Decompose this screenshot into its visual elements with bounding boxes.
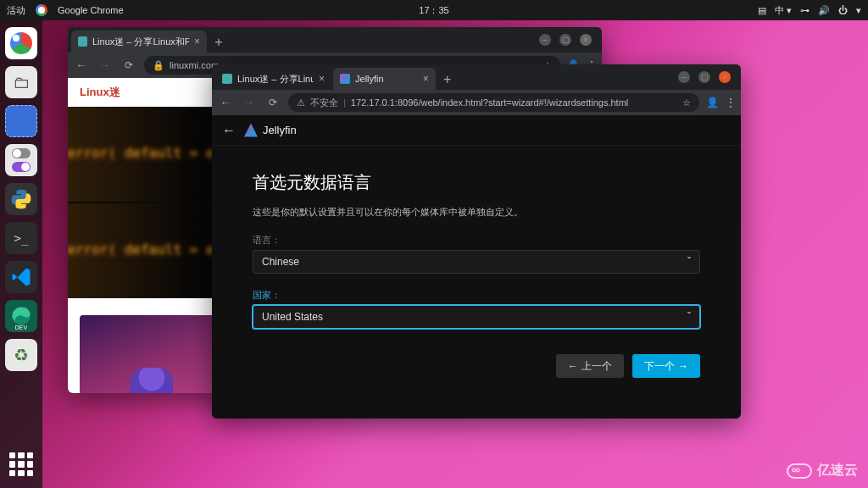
lock-icon: 🔒 [153,60,164,71]
tab-bar: Linux迷 – 分享Linux和Pyt × + – ▢ × [68,27,602,53]
dock-files[interactable]: 🗀 [5,66,37,98]
minimize-button[interactable]: – [678,71,690,83]
favicon-icon [222,74,232,84]
close-button[interactable]: × [580,34,592,46]
previous-label: 上一个 [581,359,612,374]
clock[interactable]: 17：35 [419,4,448,17]
python-icon [10,188,32,210]
minimize-button[interactable]: – [539,34,551,46]
jellyfin-header: ← Jellyfin [212,115,741,146]
jellyfin-back-button[interactable]: ← [222,123,236,138]
chrome-icon [36,4,47,16]
ime-indicator[interactable]: 中 ▾ [775,4,792,17]
wizard-content: 首选元数据语言 这些是你的默认设置并且可以在你的每个媒体库中被单独自定义。 语言… [212,146,741,403]
dock-vscode[interactable] [5,261,37,293]
wizard-description: 这些是你的默认设置并且可以在你的每个媒体库中被单独自定义。 [253,206,700,219]
jellyfin-page: ← Jellyfin 首选元数据语言 这些是你的默认设置并且可以在你的每个媒体库… [212,115,741,419]
language-select[interactable]: Chinese ˇ [253,250,700,274]
dock-screenshot[interactable] [5,105,37,137]
address-bar: ← → ⟳ ⚠ 不安全 | 172.17.0.1:8096/web/index.… [212,90,741,115]
profile-icon[interactable]: 👤 [706,97,719,108]
next-button[interactable]: 下一个 → [632,354,700,378]
cloud-icon [787,463,812,479]
maximize-button[interactable]: ▢ [559,34,571,46]
menu-chevron-icon[interactable]: ▾ [856,5,861,16]
dock-python[interactable] [5,183,37,215]
volume-icon[interactable]: 🔊 [818,5,830,16]
dock-chrome[interactable] [5,27,37,59]
activities-button[interactable]: 活动 [7,4,25,17]
arrow-left-icon: ← [568,360,578,372]
watermark-text: 亿速云 [817,462,858,480]
language-label: 语言： [253,234,700,247]
toggle-icon [12,148,31,158]
url-input[interactable]: ⚠ 不安全 | 172.17.0.1:8096/web/index.html?s… [288,93,699,112]
chevron-down-icon: ˇ [687,256,691,268]
language-value: Chinese [262,256,299,268]
tab-close-icon[interactable]: × [194,36,200,47]
tab-bar: Linux迷 – 分享Linux和Pyt × Jellyfin × + – ▢ … [212,64,741,90]
edge-badge: DEV [15,324,27,330]
watermark: 亿速云 [787,462,858,480]
tray-app-icon[interactable]: ▤ [758,5,766,16]
insecure-icon: ⚠ [297,97,305,108]
forward-button[interactable]: → [97,59,114,71]
article-card[interactable] [80,315,224,393]
wizard-heading: 首选元数据语言 [253,171,700,194]
back-button[interactable]: ← [73,59,90,71]
network-icon[interactable]: ⊶ [800,5,810,16]
tab-close-icon[interactable]: × [423,73,429,85]
maximize-button[interactable]: ▢ [698,71,710,83]
top-panel: 活动 Google Chrome 17：35 ▤ 中 ▾ ⊶ 🔊 ⏻ ▾ [0,0,868,20]
dock-gnome-tweaks[interactable] [5,144,37,176]
tab-linuxmi[interactable]: Linux迷 – 分享Linux和Pyt × [71,30,207,53]
favicon-icon [78,36,87,47]
jellyfin-logo-icon [244,124,258,137]
star-icon[interactable]: ☆ [682,97,691,108]
browser-window-jellyfin: Linux迷 – 分享Linux和Pyt × Jellyfin × + – ▢ … [212,64,741,419]
toggle-icon [12,162,31,172]
tab-jellyfin[interactable]: Jellyfin × [333,68,436,90]
close-button[interactable]: × [719,71,731,83]
next-label: 下一个 [644,359,675,374]
dock-show-apps[interactable] [6,449,36,480]
tab-title: Linux迷 – 分享Linux和Pyt [237,73,314,86]
chevron-down-icon: ˇ [687,311,691,323]
jellyfin-logo[interactable]: Jellyfin [244,124,297,137]
vscode-icon [11,267,31,287]
new-tab-button[interactable]: + [437,69,458,90]
tab-title: Jellyfin [355,74,384,84]
country-label: 国家： [253,289,700,302]
tab-linuxmi[interactable]: Linux迷 – 分享Linux和Pyt × [215,68,331,90]
country-value: United States [262,311,323,323]
url-text: 172.17.0.1:8096/web/index.html?start=wiz… [351,97,628,108]
forward-button[interactable]: → [241,97,258,108]
back-button[interactable]: ← [217,97,234,108]
chrome-icon [10,32,32,54]
dock: 🗀 >_ DEV ♻ [0,20,42,488]
reload-button[interactable]: ⟳ [120,59,137,71]
reload-button[interactable]: ⟳ [264,97,281,108]
dock-trash[interactable]: ♻ [5,339,37,371]
previous-button[interactable]: ← 上一个 [556,354,624,378]
favicon-icon [340,74,350,84]
tab-title: Linux迷 – 分享Linux和Pyt [92,36,189,48]
dock-edge-dev[interactable]: DEV [5,300,37,332]
menu-icon[interactable]: ⋮ [726,97,736,108]
tab-close-icon[interactable]: × [319,73,325,85]
jellyfin-brand: Jellyfin [263,124,297,136]
power-icon[interactable]: ⏻ [838,5,848,15]
arrow-right-icon: → [678,360,688,372]
active-app-label: Google Chrome [58,5,124,15]
insecure-label: 不安全 [310,97,338,109]
country-select[interactable]: United States ˇ [253,305,700,329]
dock-terminal[interactable]: >_ [5,222,37,254]
new-tab-button[interactable]: + [209,32,229,53]
